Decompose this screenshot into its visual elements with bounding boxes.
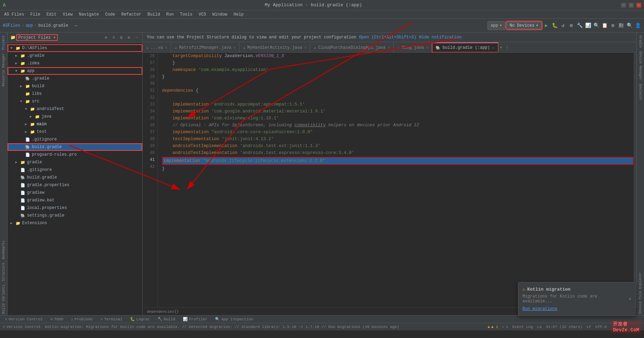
tab-close-va[interactable]: ✕ [165, 45, 168, 50]
tab-myhandleractivity[interactable]: ☕ MyHandlerActivity.java ✕ [240, 43, 311, 52]
tree-item-app[interactable]: ▼ 📁 app [8, 67, 142, 75]
tree-item-test[interactable]: ▶ 📁 test [8, 128, 142, 136]
panel-tool-minus[interactable]: − [133, 35, 140, 41]
debug-button[interactable]: 🐛 [551, 22, 558, 29]
menu-vcs[interactable]: VCS [196, 11, 209, 18]
tab-va[interactable]: ☕ ...va ✕ [143, 43, 171, 52]
settings-button[interactable]: 🔧 [576, 22, 583, 29]
status-check[interactable]: ✓ 1 [502, 325, 508, 329]
tree-item-root[interactable]: ▼ 📁 D:\ASfiles [8, 44, 142, 52]
menu-code[interactable]: Code [102, 11, 118, 18]
menu-view[interactable]: View [60, 11, 75, 18]
popup-expand-icon[interactable]: ▾ [629, 296, 631, 302]
tree-item-libs[interactable]: 📁 libs [8, 90, 142, 98]
tab-close-retrofit[interactable]: ✕ [233, 45, 236, 50]
menu-build[interactable]: Build [145, 11, 163, 18]
tree-item-idea[interactable]: ▶ 📁 .idea [8, 60, 142, 67]
tab-buildgradle-app[interactable]: 🐘 build.gradle (:app) ✕ [432, 43, 498, 52]
popup-run-link[interactable]: Run migrations [522, 307, 557, 311]
bottom-tab-problems[interactable]: ⚠ Problems [68, 316, 96, 322]
more-button[interactable]: ⚙ [609, 22, 616, 29]
tree-item-gradlew[interactable]: 📄 gradlew [8, 189, 142, 197]
menu-navigate[interactable]: Navigate [76, 11, 102, 18]
status-encoding[interactable]: UTF-8 [595, 325, 607, 329]
tree-item-buildgradle-app[interactable]: 🐘 build.gradle [8, 143, 142, 151]
tree-item-java[interactable]: ▶ 📁 java [8, 113, 142, 120]
tree-item-root-buildgradle[interactable]: 🐘 build.gradle [8, 174, 142, 181]
menu-file[interactable]: File [28, 11, 43, 18]
right-sidebar-emulator-icon[interactable]: Emulator [638, 82, 643, 102]
tab-close-cloudpurchase[interactable]: ✕ [388, 45, 390, 50]
tree-item-build[interactable]: ▶ 📁 build [8, 82, 142, 90]
tree-item-extensions[interactable]: ▶ 📁 Extensions [8, 219, 142, 227]
status-vc[interactable]: ⬆ Version Control [3, 325, 41, 329]
profile-button[interactable]: 🔍 [593, 22, 600, 29]
right-sidebar-device-explorer-icon[interactable]: Device File Explorer [638, 271, 643, 315]
panel-tool-settings[interactable]: ⚙ [126, 35, 132, 41]
breadcrumb-asfiles[interactable]: ASFiles [3, 23, 20, 28]
tree-item-gradle-properties[interactable]: 📄 gradle.properties [8, 181, 142, 189]
refresh-button[interactable]: ↺ [560, 22, 566, 29]
run-button[interactable]: ▶ [543, 22, 550, 29]
tab-more-btn[interactable]: ⋮ [504, 43, 511, 52]
panel-tool-sort[interactable]: ≣ [118, 35, 124, 41]
sidebar-bookmarks-icon[interactable]: Bookmarks [1, 239, 6, 261]
tab-close-myhandler[interactable]: ✕ [304, 45, 307, 50]
translate-button[interactable]: 翻 [618, 22, 625, 29]
tree-item-root-gitignore[interactable]: 📄 .gitignore [8, 166, 142, 174]
tree-item-gradle-root[interactable]: ▶ 📁 gradle [8, 158, 142, 166]
tree-item-settings-gradle[interactable]: 🐘 settings.gradle [8, 212, 142, 219]
bottom-tab-vcs[interactable]: ⬆ Version Control [1, 316, 46, 322]
maximize-button[interactable]: □ [629, 3, 634, 8]
minimize-button[interactable]: — [621, 3, 626, 8]
panel-tool-collapse[interactable]: ≡ [110, 35, 117, 41]
analyze-button[interactable]: 📊 [584, 22, 591, 29]
search-button[interactable]: 🔍 [626, 22, 633, 29]
tab-cloudpurchase[interactable]: ☕ CloudPurchaseDialogApi.java ✕ [310, 43, 394, 52]
sidebar-project-icon[interactable]: Project [1, 34, 6, 51]
menu-refactor[interactable]: Refactor [118, 11, 144, 18]
code-content[interactable]: targetCompatibility JavaVersion.VERSION_… [158, 53, 634, 308]
breadcrumb-buildgradle[interactable]: build.gradle [38, 23, 68, 28]
sync-button[interactable]: ⚙ [568, 22, 575, 29]
back-button[interactable]: ← [73, 22, 80, 29]
bottom-tab-todo[interactable]: ≡ TODO [47, 317, 67, 322]
panel-tool-locate[interactable]: ⊕ [103, 35, 109, 41]
right-sidebar-device-manager-icon[interactable]: Device Manager [638, 50, 643, 82]
menu-tools[interactable]: Tools [177, 11, 195, 18]
bottom-tab-terminal[interactable]: > Terminal [97, 317, 126, 322]
tree-item-gradlew-bat[interactable]: 📄 gradlew.bat [8, 197, 142, 204]
right-sidebar-gradle-icon[interactable]: Gradle [638, 34, 643, 49]
no-devices-button[interactable]: No Devices ▾ [507, 22, 542, 29]
tree-item-main[interactable]: ▶ 📁 main [8, 120, 142, 128]
user-button[interactable]: 👤 [634, 22, 641, 29]
tab-xlog[interactable]: ☕ XLog.java ✕ [394, 43, 432, 52]
tab-dropdown-btn[interactable]: ▾ [498, 43, 504, 52]
notification-open-link[interactable]: Open (Ctrl+Alt+Shift+S) [359, 35, 417, 40]
tree-item-proguard[interactable]: 📄 proguard-rules.pro [8, 151, 142, 158]
menu-help[interactable]: Help [231, 11, 247, 18]
menu-window[interactable]: Window [209, 11, 230, 18]
tree-item-local-properties[interactable]: 📄 local.properties [8, 204, 142, 212]
sidebar-build-variants-icon[interactable]: Build Variants [1, 283, 6, 315]
status-warning[interactable]: ▲ ▲ 1 [488, 325, 498, 329]
sidebar-structure-icon[interactable]: Structure [1, 261, 6, 283]
notification-hide-link[interactable]: Hide notification [419, 35, 462, 40]
menu-edit[interactable]: Edit [44, 11, 59, 18]
tree-item-app-gitignore[interactable]: 📄 .gitignore [8, 136, 142, 143]
vertical-scrollbar[interactable] [634, 53, 636, 308]
status-lf[interactable]: LF [587, 325, 591, 329]
sidebar-resource-manager-icon[interactable]: Resource Manager [1, 52, 6, 88]
tab-close-buildgradle[interactable]: ✕ [492, 46, 494, 50]
tree-item-app-gradle[interactable]: 🐘 .gradle [8, 75, 142, 82]
menu-run[interactable]: Run [163, 11, 177, 18]
status-event-log[interactable]: Event Log [512, 325, 533, 329]
status-position[interactable]: 41:67 (32 chars) [546, 325, 583, 329]
menu-asfiles[interactable]: AS Files [1, 11, 27, 18]
tab-close-xlog[interactable]: ✕ [426, 45, 429, 50]
bottom-tab-app-inspection[interactable]: 🔍 App Inspection [212, 316, 257, 322]
tree-item-gradle-hidden[interactable]: ▶ 📁 .gradle [8, 52, 142, 60]
bottom-tab-logcat[interactable]: 🐛 Logcat [127, 316, 154, 322]
tree-item-androidtest[interactable]: ▼ 📁 androidTest [8, 105, 142, 113]
close-button[interactable]: ✕ [636, 3, 641, 8]
